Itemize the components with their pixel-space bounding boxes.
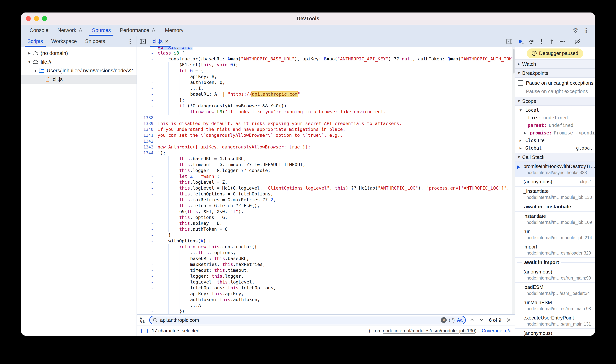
scope-local[interactable]: ▼ Local — [515, 106, 595, 114]
code-line[interactable]: 1343new Anthropic({ apiKey, dangerouslyA… — [137, 144, 515, 150]
code-line[interactable]: -this.apiKey = B, — [137, 221, 515, 226]
scope-closure[interactable]: ▶ Closure — [515, 137, 595, 144]
call-stack-frame[interactable]: (anonymous)node:internal/m…es/run_main:9… — [515, 267, 595, 283]
tree-item-no-domain[interactable]: ▶ (no domain) — [21, 49, 137, 58]
code-line[interactable]: 1338 — [137, 115, 515, 121]
scrollbar-thumb[interactable] — [513, 49, 515, 74]
line-number[interactable]: - — [137, 56, 158, 62]
chevron-right-icon[interactable]: ▶ — [27, 52, 32, 55]
code-line[interactable]: -authToken: Q, — [137, 79, 515, 85]
tab-scripts[interactable]: Scripts — [23, 36, 47, 47]
code-line[interactable]: -timeout: this.timeout, — [137, 267, 515, 273]
line-number[interactable]: - — [137, 203, 158, 209]
code-line[interactable]: -fetchOptions: this.fetchOptions, — [137, 285, 515, 291]
line-number[interactable]: - — [137, 197, 158, 203]
section-breakpoints[interactable]: ▼ Breakpoints — [515, 69, 595, 78]
line-number[interactable]: - — [137, 226, 158, 232]
code-line[interactable]: 1340If you understand the risks and have… — [137, 127, 515, 132]
line-number[interactable]: - — [137, 74, 158, 79]
code-line[interactable]: var Xs0, $F1; — [137, 47, 515, 50]
line-number[interactable]: - — [137, 279, 158, 285]
line-number[interactable]: - — [137, 215, 158, 221]
call-stack-frame[interactable]: executeUserEntryPointnode:internal/m…s/r… — [515, 313, 595, 329]
line-number[interactable]: - — [137, 62, 158, 68]
code-line[interactable]: -} — [137, 232, 515, 238]
code-line[interactable]: -baseURL: this.baseURL, — [137, 256, 515, 261]
line-number[interactable]: - — [137, 256, 158, 261]
clear-search-icon[interactable]: ✕ — [441, 317, 447, 323]
close-window-button[interactable] — [26, 16, 31, 21]
code-line[interactable]: -logLevel: this.logLevel, — [137, 279, 515, 285]
pretty-print-icon[interactable]: { } — [140, 328, 149, 334]
chevron-down-icon[interactable]: ▼ — [518, 99, 520, 103]
line-number[interactable]: - — [137, 291, 158, 297]
code-line[interactable]: 1339This is disabled by default, as it r… — [137, 121, 515, 127]
step-over-icon[interactable] — [528, 39, 534, 44]
editor-tab-clijs[interactable]: cli.js ✕ — [149, 36, 173, 47]
tree-item-clijs[interactable]: cli.js — [21, 75, 137, 84]
checkbox-caught[interactable] — [518, 89, 523, 94]
minimize-window-button[interactable] — [34, 16, 39, 21]
line-number[interactable]: - — [137, 79, 158, 85]
section-scope[interactable]: ▼ Scope — [515, 97, 595, 106]
maximize-window-button[interactable] — [42, 16, 47, 21]
code-line[interactable]: -this.maxRetries = G.maxRetries ?? 2, — [137, 197, 515, 203]
search-query-text[interactable]: api.anthropic.com — [160, 317, 439, 323]
chevron-right-icon[interactable]: ▶ — [518, 62, 520, 66]
editor-scrollbar[interactable] — [512, 47, 515, 314]
previous-match-icon[interactable] — [469, 317, 475, 323]
close-tab-icon[interactable]: ✕ — [165, 39, 169, 44]
line-number[interactable]: - — [137, 238, 158, 244]
code-line[interactable]: -this.timeout = G.timeout ?? Lw.DEFAULT_… — [137, 162, 515, 168]
close-find-bar-icon[interactable] — [505, 318, 512, 323]
line-number[interactable]: 1341 — [137, 132, 158, 138]
code-line[interactable]: -this.authToken = Q — [137, 226, 515, 232]
code-line[interactable]: -...this._options, — [137, 250, 515, 256]
toggle-debugger-sidebar-icon[interactable] — [506, 39, 512, 44]
line-number[interactable]: - — [137, 91, 158, 97]
line-number[interactable]: - — [137, 173, 158, 179]
code-line[interactable]: -this.logLevel = Z, — [137, 179, 515, 185]
scope-global[interactable]: ▶ Global global — [515, 144, 595, 152]
line-number[interactable]: - — [137, 97, 158, 103]
code-line[interactable]: -authToken: this.authToken, — [137, 297, 515, 303]
chevron-down-icon[interactable]: ▼ — [518, 71, 520, 75]
tree-item-folder[interactable]: ▼ Users/jinhuilee/.nvm/versions/node/v2… — [21, 66, 137, 75]
line-number[interactable]: - — [137, 297, 158, 303]
code-line[interactable]: 1341you can set the \`dangerouslyAllowBr… — [137, 132, 515, 138]
chevron-down-icon[interactable]: ▼ — [518, 156, 520, 159]
line-number[interactable]: - — [137, 168, 158, 173]
code-line[interactable]: -logger: this.logger, — [137, 273, 515, 279]
chevron-down-icon[interactable]: ▼ — [27, 60, 32, 64]
step-icon[interactable] — [559, 39, 565, 44]
tab-console[interactable]: Console — [25, 25, 53, 36]
line-number[interactable]: - — [137, 303, 158, 309]
code-line[interactable]: -this.logLevel = Hc1(G.logLevel, "Client… — [137, 185, 515, 191]
line-number[interactable]: - — [137, 68, 158, 74]
code-line[interactable]: 1342 — [137, 138, 515, 144]
pause-caught-row[interactable]: Pause on caught exceptions — [515, 87, 595, 95]
code-line[interactable]: -this.logger = G.logger ?? console; — [137, 168, 515, 173]
code-line[interactable]: -this._options = G, — [137, 215, 515, 221]
call-stack-frame[interactable]: _instantiatenode:internal/m…module_job:1… — [515, 187, 595, 202]
next-match-icon[interactable] — [478, 317, 485, 323]
code-line[interactable]: -maxRetries: this.maxRetries, — [137, 261, 515, 267]
chevron-down-icon[interactable]: ▼ — [33, 69, 38, 72]
code-line[interactable]: -}) — [137, 309, 515, 314]
call-stack-frame[interactable]: promiseInitHookWithDestroyTr…node:intern… — [515, 162, 595, 177]
scope-var-promise[interactable]: ▶ promise: Promise {<pending>} — [515, 129, 595, 137]
line-number[interactable]: 1342 — [137, 138, 158, 144]
call-stack-frame[interactable]: (anonymous)node:internal/m…main_module:2 — [515, 329, 595, 336]
chevron-right-icon[interactable]: ▶ — [518, 147, 523, 150]
code-line[interactable]: -this.fetchOptions = G.fetchOptions, — [137, 191, 515, 197]
step-into-icon[interactable] — [539, 39, 544, 44]
line-number[interactable]: - — [137, 250, 158, 256]
line-number[interactable]: - — [137, 191, 158, 197]
code-line[interactable]: -}; — [137, 97, 515, 103]
line-number[interactable]: - — [137, 162, 158, 168]
call-stack-frame[interactable]: (anonymous)cli.js:1 — [515, 177, 595, 187]
tab-workspace[interactable]: Workspace — [47, 36, 81, 47]
code-line[interactable]: -apiKey: this.apiKey, — [137, 291, 515, 297]
line-number[interactable]: 1338 — [137, 115, 158, 121]
line-number[interactable]: - — [137, 185, 158, 191]
